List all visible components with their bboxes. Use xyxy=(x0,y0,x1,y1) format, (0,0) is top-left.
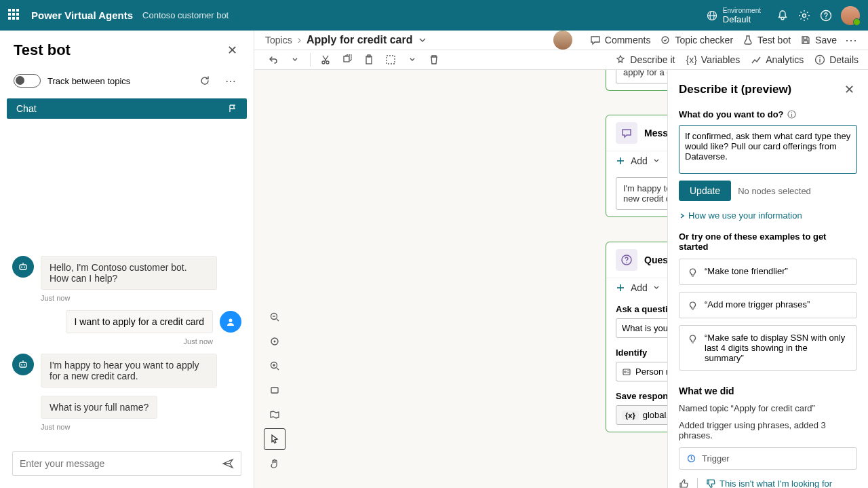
variable-selector[interactable]: {x} global.fullName text xyxy=(616,405,667,425)
did-item: Added trigger using phrases, added 3 phr… xyxy=(679,420,857,440)
trigger-node[interactable]: apply for a credit card xyxy=(606,70,667,91)
what-we-did-title: What we did xyxy=(679,386,857,396)
globe-icon xyxy=(707,10,717,21)
info-link[interactable]: How we use your information xyxy=(679,210,857,221)
comments-button[interactable]: Comments xyxy=(590,35,651,45)
bot-avatar-icon xyxy=(12,354,34,375)
add-button[interactable]: Add xyxy=(606,151,667,170)
svg-point-29 xyxy=(274,341,276,343)
svg-point-42 xyxy=(625,371,627,373)
test-bot-button[interactable]: Test bot xyxy=(743,35,791,45)
select-button[interactable] xyxy=(381,50,400,69)
feedback-no-button[interactable]: This isn't what I'm looking for xyxy=(706,478,832,489)
environment-value: Default xyxy=(723,15,761,24)
presence-avatar[interactable] xyxy=(553,31,572,50)
svg-point-10 xyxy=(229,319,233,322)
environment-picker[interactable]: Environment Default xyxy=(707,7,761,24)
info-icon[interactable] xyxy=(787,110,796,119)
hand-tool-button[interactable] xyxy=(264,453,285,474)
svg-point-3 xyxy=(803,14,806,17)
undo-button[interactable] xyxy=(264,50,283,69)
ask-input[interactable]: What is your full name? xyxy=(616,318,667,338)
environment-label: Environment xyxy=(723,7,761,15)
fit-button[interactable] xyxy=(264,331,285,352)
did-item: Named topic “Apply for credit card” xyxy=(679,403,857,413)
canvas-zoom-tools xyxy=(264,306,285,474)
identify-selector[interactable]: Person name xyxy=(616,362,667,381)
svg-point-7 xyxy=(21,267,22,268)
ask-label: Ask a question xyxy=(616,304,667,314)
example-suggestion[interactable]: “Make safe to display SSN with only last… xyxy=(679,325,857,371)
svg-point-5 xyxy=(825,18,827,19)
bot-message: Hello, I'm Contoso customer bot. How can… xyxy=(41,256,217,290)
help-icon[interactable] xyxy=(815,5,837,26)
details-button[interactable]: Details xyxy=(814,54,859,65)
chat-input-row xyxy=(12,451,241,476)
svg-rect-6 xyxy=(20,265,26,269)
example-suggestion[interactable]: “Add more trigger phrases” xyxy=(679,292,857,318)
test-bot-title: Test bot xyxy=(14,41,224,59)
undo-dropdown[interactable] xyxy=(285,50,304,69)
waffle-icon[interactable] xyxy=(8,9,22,22)
update-button[interactable]: Update xyxy=(679,181,731,201)
zoom-in-button[interactable] xyxy=(264,355,285,377)
minimap-button[interactable] xyxy=(264,404,285,426)
reset-view-button[interactable] xyxy=(264,379,285,401)
flag-icon xyxy=(228,104,237,113)
topic-dropdown[interactable] xyxy=(418,36,427,44)
more-actions-button[interactable]: ⋯ xyxy=(845,33,857,48)
breadcrumb-root[interactable]: Topics xyxy=(265,35,292,45)
examples-label: Or try one of these examples to get star… xyxy=(679,231,857,252)
save-button[interactable]: Save xyxy=(800,35,837,45)
close-describe-button[interactable]: ✕ xyxy=(842,79,857,100)
message-icon xyxy=(616,122,637,144)
test-bot-panel: Test bot ✕ Track between topics ⋯ Chat H… xyxy=(0,31,254,488)
message-text[interactable]: I'm happy to hear you want to apply for … xyxy=(616,177,667,210)
user-avatar[interactable] xyxy=(841,6,860,25)
chat-body: Hello, I'm Contoso customer bot. How can… xyxy=(0,119,254,446)
track-label: Track between topics xyxy=(47,76,189,86)
delete-button[interactable] xyxy=(425,50,443,69)
svg-point-46 xyxy=(791,112,791,113)
variables-button[interactable]: {x}Variables xyxy=(686,54,740,65)
no-nodes-label: No nodes selected xyxy=(738,186,811,196)
chat-tab[interactable]: Chat xyxy=(7,98,247,119)
authoring-canvas[interactable]: apply for a credit card Message Text ⋮ A… xyxy=(254,70,667,488)
describe-textarea[interactable] xyxy=(679,125,857,174)
copy-button[interactable] xyxy=(338,50,357,69)
bot-name[interactable]: Contoso customer bot xyxy=(142,10,229,20)
chat-input[interactable] xyxy=(20,458,222,469)
example-suggestion[interactable]: “Make tone friendlier” xyxy=(679,259,857,285)
notifications-icon[interactable] xyxy=(772,5,793,26)
settings-icon[interactable] xyxy=(793,5,815,26)
close-test-panel-button[interactable]: ✕ xyxy=(224,40,240,60)
more-button[interactable]: ⋯ xyxy=(221,71,240,90)
add-button[interactable]: Add xyxy=(606,278,667,297)
trigger-phrase: apply for a credit card xyxy=(616,70,667,83)
describe-panel: Describe it (preview) ✕ What do you want… xyxy=(667,70,868,488)
pointer-tool-button[interactable] xyxy=(264,428,285,450)
user-avatar-icon xyxy=(220,311,241,333)
reset-button[interactable] xyxy=(195,71,214,90)
svg-rect-21 xyxy=(387,56,395,64)
topic-checker-button[interactable]: Topic checker xyxy=(660,35,733,45)
breadcrumb-current: Apply for credit card xyxy=(307,34,412,46)
message-node[interactable]: Message Text ⋮ Add I'm happy to hear you… xyxy=(606,115,667,217)
paste-button[interactable] xyxy=(359,50,378,69)
timestamp: Just now xyxy=(41,294,241,302)
svg-point-13 xyxy=(24,364,25,366)
track-toggle[interactable] xyxy=(14,74,41,88)
svg-rect-19 xyxy=(366,56,372,64)
cut-button[interactable] xyxy=(316,50,335,69)
select-dropdown[interactable] xyxy=(403,50,422,69)
user-message: I want to apply for a credit card xyxy=(66,310,213,333)
svg-line-26 xyxy=(277,319,279,321)
analytics-button[interactable]: Analytics xyxy=(751,54,804,65)
thumbs-up-button[interactable] xyxy=(679,478,689,489)
timestamp: Just now xyxy=(41,423,241,431)
send-button[interactable] xyxy=(222,457,234,470)
question-node[interactable]: Question Text ⋮ Add Ask a question What … xyxy=(606,242,667,432)
trigger-card[interactable]: Trigger xyxy=(679,447,857,470)
zoom-out-button[interactable] xyxy=(264,306,285,328)
describe-it-button[interactable]: Describe it xyxy=(615,54,675,65)
